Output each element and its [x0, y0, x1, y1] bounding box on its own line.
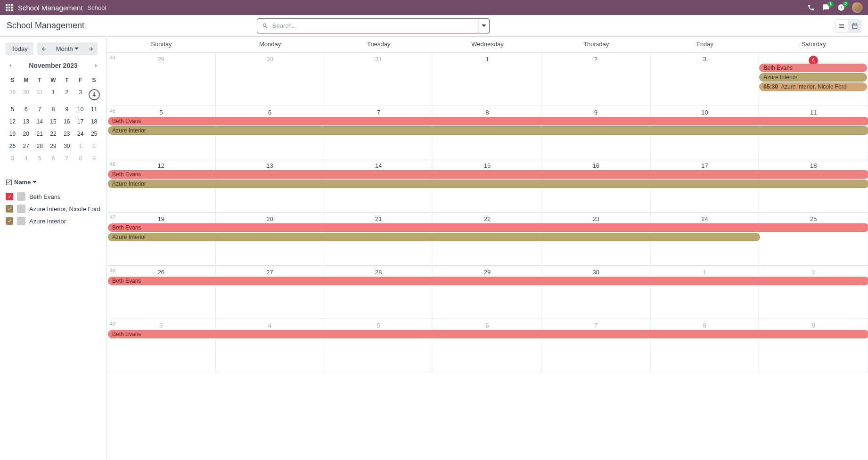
mini-day-cell[interactable]: 25: [87, 128, 101, 140]
calendar-day-cell[interactable]: 28: [324, 266, 433, 319]
mini-day-cell[interactable]: 7: [33, 103, 47, 115]
search-dropdown[interactable]: [478, 18, 490, 33]
calendar-event[interactable]: 05:30Azure Interior, Nicole Ford: [759, 82, 867, 91]
mini-day-cell[interactable]: 16: [60, 115, 74, 128]
mini-day-cell[interactable]: 17: [74, 115, 87, 128]
calendar-event[interactable]: Beth Evans: [108, 277, 868, 285]
mini-day-cell[interactable]: 31: [33, 86, 47, 103]
calendar-event[interactable]: Azure Interior: [108, 180, 868, 188]
filter-item[interactable]: Beth Evans: [6, 190, 101, 203]
calendar-day-cell[interactable]: 27: [216, 266, 325, 319]
calendar-day-cell[interactable]: 26: [107, 266, 216, 319]
mini-day-cell[interactable]: 29: [47, 140, 60, 152]
mini-day-cell[interactable]: 28: [33, 140, 47, 152]
mini-next-month[interactable]: [93, 63, 99, 68]
mini-day-cell[interactable]: 30: [60, 140, 74, 152]
mini-day-cell[interactable]: 30: [19, 86, 33, 103]
mini-day-cell[interactable]: 4: [19, 152, 33, 164]
apps-icon[interactable]: [6, 4, 13, 11]
mini-day-cell[interactable]: 6: [47, 152, 60, 164]
mini-day-cell[interactable]: 15: [47, 115, 60, 128]
mini-day-cell[interactable]: 8: [74, 152, 87, 164]
calendar-day-cell[interactable]: 30: [542, 266, 651, 319]
mini-day-cell[interactable]: 13: [19, 115, 33, 128]
day-number: 7: [542, 321, 650, 330]
mini-day-cell[interactable]: 23: [60, 128, 74, 140]
mini-day-cell[interactable]: 27: [19, 140, 33, 152]
mini-day-cell[interactable]: 6: [19, 103, 33, 115]
calendar-day-cell[interactable]: 29: [433, 266, 542, 319]
mini-day-cell[interactable]: 19: [6, 128, 19, 140]
caret-down-icon: [482, 24, 486, 28]
phone-icon[interactable]: [807, 3, 815, 12]
calendar-day-cell[interactable]: 2: [759, 266, 868, 319]
mini-dow-cell: S: [6, 74, 19, 86]
scale-dropdown[interactable]: Month: [50, 42, 84, 55]
chat-badge: 1: [827, 1, 834, 7]
mini-day-cell[interactable]: 9: [87, 152, 101, 164]
mini-day-cell[interactable]: 10: [74, 103, 87, 115]
view-calendar-button[interactable]: [848, 19, 861, 33]
mini-day-cell[interactable]: 2: [60, 86, 74, 103]
checkbox-icon: [6, 193, 13, 200]
calendar-event[interactable]: Azure Interior: [759, 73, 867, 82]
mini-day-cell[interactable]: 5: [33, 152, 47, 164]
chat-icon[interactable]: 1: [822, 3, 830, 12]
mini-day-cell[interactable]: 18: [87, 115, 101, 128]
mini-day-cell[interactable]: 3: [6, 152, 19, 164]
avatar: [17, 217, 25, 225]
mini-day-cell[interactable]: 7: [60, 152, 74, 164]
filter-item[interactable]: Azure Interior, Nicole Ford: [6, 203, 101, 215]
calendar-event[interactable]: Beth Evans: [108, 117, 868, 125]
mini-day-cell[interactable]: 8: [47, 103, 60, 115]
calendar-event[interactable]: Azure Interior: [108, 233, 760, 241]
mini-day-cell[interactable]: 1: [47, 86, 60, 103]
nav-school[interactable]: School: [88, 4, 106, 11]
activity-icon[interactable]: 2: [837, 3, 845, 12]
calendar-day-cell[interactable]: 9: [759, 319, 868, 372]
calendar-event[interactable]: Beth Evans: [108, 223, 868, 232]
calendar-day-cell[interactable]: 5: [324, 319, 433, 372]
mini-day-cell[interactable]: 21: [33, 128, 47, 140]
calendar-day-cell[interactable]: 4: [216, 319, 325, 372]
filter-header[interactable]: Name: [6, 179, 101, 186]
mini-day-cell[interactable]: 5: [6, 103, 19, 115]
calendar-day-cell[interactable]: 6: [433, 319, 542, 372]
today-button[interactable]: Today: [6, 42, 33, 55]
calendar-event[interactable]: Beth Evans: [759, 64, 867, 72]
mini-day-cell[interactable]: 14: [33, 115, 47, 128]
mini-day-cell[interactable]: 2: [87, 140, 101, 152]
mini-day-cell[interactable]: 12: [6, 115, 19, 128]
prev-period-button[interactable]: [37, 42, 50, 55]
next-period-button[interactable]: [84, 42, 98, 55]
mini-prev-month[interactable]: [8, 63, 13, 68]
page-title: School Management: [7, 21, 84, 31]
calendar-day-cell[interactable]: 1: [651, 266, 760, 319]
day-number: 9: [542, 108, 650, 117]
mini-day-cell[interactable]: 24: [74, 128, 87, 140]
calendar-day-cell[interactable]: 7: [542, 319, 651, 372]
calendar-event[interactable]: Beth Evans: [108, 170, 868, 179]
filter-item[interactable]: Azure Interior: [6, 215, 101, 227]
calendar-day-cell[interactable]: 8: [651, 319, 760, 372]
mini-day-cell[interactable]: 4: [87, 86, 101, 103]
view-list-button[interactable]: [835, 19, 848, 33]
calendar-day-cell[interactable]: 3: [107, 319, 216, 372]
calendar-event[interactable]: Beth Evans: [108, 330, 868, 338]
mini-day-cell[interactable]: 3: [74, 86, 87, 103]
mini-day-cell[interactable]: 22: [47, 128, 60, 140]
mini-day-cell[interactable]: 9: [60, 103, 74, 115]
calendar-event[interactable]: Azure Interior: [108, 126, 868, 135]
calendar-dow-header: Monday: [216, 37, 325, 52]
mini-dow-cell: S: [87, 74, 101, 86]
day-number: 13: [216, 161, 324, 170]
mini-day-cell[interactable]: 29: [6, 86, 19, 103]
search-input[interactable]: [272, 22, 474, 29]
mini-day-cell[interactable]: 20: [19, 128, 33, 140]
mini-day-cell[interactable]: 11: [87, 103, 101, 115]
user-avatar[interactable]: [852, 2, 862, 13]
filter-item-label: Azure Interior, Nicole Ford: [29, 205, 100, 213]
search-box[interactable]: [257, 18, 478, 33]
mini-day-cell[interactable]: 26: [6, 140, 19, 152]
mini-day-cell[interactable]: 1: [74, 140, 87, 152]
